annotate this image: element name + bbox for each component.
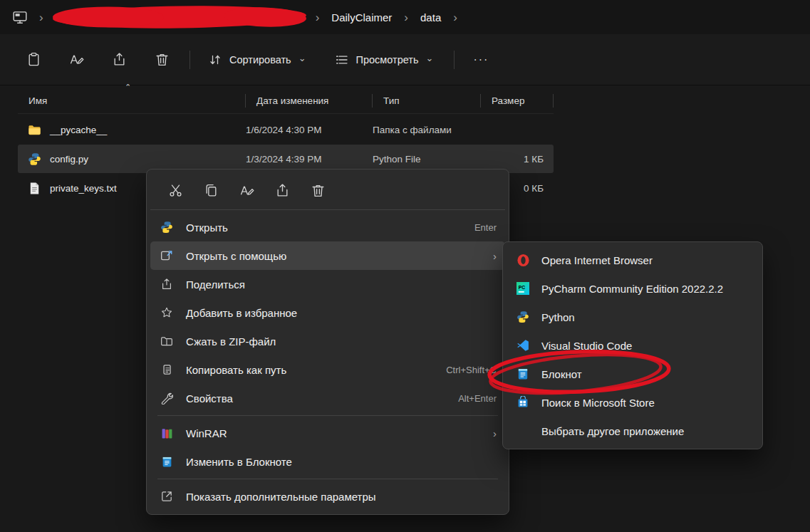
rename-button[interactable] [230,177,263,204]
file-size: 1 КБ [481,154,554,165]
properties-icon [160,392,173,405]
chevron-down-icon: ⌄ [426,53,434,63]
submenu-item-label: Выбрать другое приложение [541,425,750,437]
python-icon [516,311,529,323]
file-name: private_keys.txt [50,183,117,194]
breadcrumb-segment-data[interactable]: data [416,8,445,27]
pycharm-icon: PC [516,282,529,295]
submenu-item-vscode[interactable]: Visual Studio Code [507,331,759,360]
folder-icon [28,123,41,137]
menu-item-share[interactable]: Поделиться [150,270,505,298]
more-options-button[interactable]: ··· [463,48,499,72]
copy-button[interactable] [194,177,227,204]
sort-button[interactable]: Сортировать ⌄ [199,46,316,73]
menu-separator [157,415,498,416]
notepad-icon [161,456,173,468]
submenu-item-python[interactable]: Python [507,303,759,331]
column-header-date[interactable]: Дата изменения [246,88,373,113]
column-header-label: Имя [28,95,47,106]
view-button[interactable]: Просмотреть ⌄ [326,46,443,73]
menu-item-label: Сжать в ZIP-файл [186,335,497,348]
winrar-icon [161,427,173,439]
menu-item-label: Копировать как путь [186,364,439,376]
menu-item-label: WinRAR [186,427,486,439]
submenu-item-notepad[interactable]: Блокнот [507,360,759,388]
submenu-item-label: Visual Studio Code [541,340,750,352]
share-icon [275,183,290,198]
menu-item-compress-zip[interactable]: Сжать в ZIP-файл [150,327,505,355]
chevron-right-icon: › [39,11,43,24]
share-icon [112,52,127,67]
menu-separator [157,479,498,479]
column-header-label: Размер [492,95,524,106]
file-date: 1/6/2024 4:30 PM [246,125,373,135]
table-row[interactable]: __pycache__ 1/6/2024 4:30 PM Папка с фай… [18,115,554,144]
text-file-icon [28,182,41,195]
paste-button[interactable] [17,45,50,75]
submenu-item-pycharm[interactable]: PC PyCharm Community Edition 2022.2.2 [507,274,759,303]
delete-icon [311,183,326,198]
menu-item-label: Открыть с помощью [186,250,486,262]
vscode-icon [516,339,529,352]
ms-store-icon [516,396,529,409]
file-type: Python File [373,154,481,165]
column-header-type[interactable]: Тип [373,88,481,113]
menu-item-label: Показать дополнительные параметры [186,491,497,503]
delete-icon [155,52,170,67]
submenu-item-label: Opera Internet Browser [541,254,750,266]
menu-item-shortcut: Alt+Enter [458,393,497,404]
delete-button[interactable] [301,177,334,204]
view-icon [335,53,349,67]
toolbar-divider [454,51,455,69]
column-header-name[interactable]: Имя [18,88,246,113]
menu-item-label: Изменить в Блокноте [186,456,497,468]
submenu-item-label: Блокнот [541,368,750,380]
paste-icon [26,52,41,67]
column-header-size[interactable]: Размер [481,88,554,113]
share-icon [160,278,173,291]
chevron-right-icon: › [453,11,457,24]
opera-icon [516,254,530,267]
menu-item-label: Открыть [186,221,467,234]
menu-item-shortcut: Enter [474,222,497,233]
submenu-item-label: Поиск в Microsoft Store [541,397,750,409]
view-label: Просмотреть [356,54,419,66]
column-headers: ⌃ Имя Дата изменения Тип Размер [18,88,554,114]
submenu-item-opera[interactable]: Opera Internet Browser [507,246,759,274]
svg-text:PC: PC [519,285,526,290]
submenu-chevron-icon: › [493,427,497,439]
menu-item-label: Добавить в избранное [186,307,497,319]
share-button[interactable] [103,45,135,75]
cut-button[interactable] [159,177,192,204]
zip-icon [160,335,173,348]
submenu-chevron-icon: › [493,250,497,262]
menu-item-shortcut: Ctrl+Shift+C [446,365,497,375]
menu-item-add-favorite[interactable]: Добавить в избранное [150,298,505,327]
menu-item-winrar[interactable]: WinRAR › [150,419,505,447]
rename-button[interactable] [60,45,93,75]
share-button[interactable] [266,177,298,204]
menu-item-open[interactable]: Открыть Enter [150,213,505,241]
rename-icon [239,183,254,198]
menu-item-open-with[interactable]: Открыть с помощью › [150,241,505,270]
file-explorer-window: › › DailyClaimer › data › [0,0,810,532]
rename-icon [69,52,84,67]
submenu-item-ms-store[interactable]: Поиск в Microsoft Store [507,388,759,417]
toolbar-divider [189,51,190,69]
file-name: config.py [50,154,88,165]
monitor-icon [12,9,28,25]
file-date: 1/3/2024 4:39 PM [246,154,373,165]
sort-icon [208,53,222,67]
menu-item-show-more-options[interactable]: Показать дополнительные параметры [150,482,505,511]
menu-item-copy-as-path[interactable]: Копировать как путь Ctrl+Shift+C [150,355,505,384]
breadcrumb-segment-dailyclaimer[interactable]: DailyClaimer [327,8,396,27]
submenu-item-choose-another-app[interactable]: Выбрать другое приложение [507,417,759,445]
delete-button[interactable] [145,45,178,75]
context-menu: Открыть Enter Открыть с помощью › Подели… [146,169,509,515]
cut-icon [168,183,183,198]
this-pc-button[interactable] [9,6,31,28]
file-type: Папка с файлами [373,125,481,135]
python-file-icon [28,152,41,166]
menu-item-edit-in-notepad[interactable]: Изменить в Блокноте [150,447,505,476]
menu-item-properties[interactable]: Свойства Alt+Enter [150,384,505,412]
